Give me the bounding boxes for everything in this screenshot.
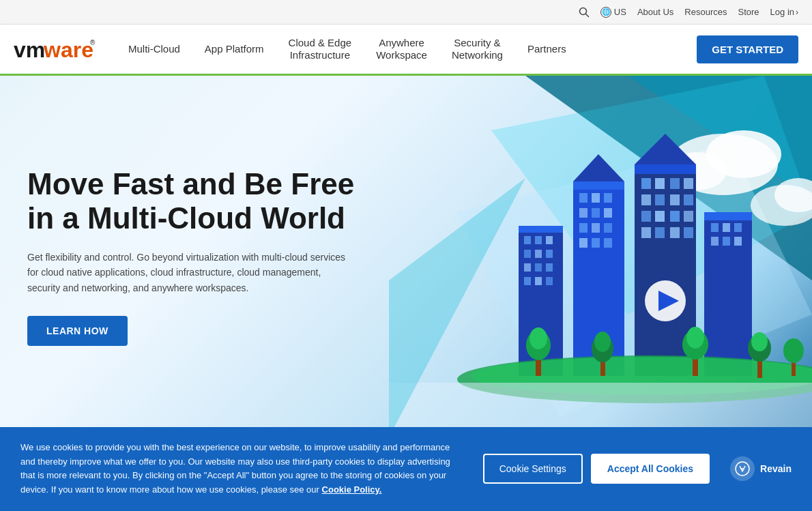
nav-item-app-platform[interactable]: App Platform [192,25,276,76]
svg-rect-20 [535,250,542,258]
search-icon [579,7,590,18]
svg-rect-68 [723,237,730,246]
region-label: US [614,7,626,17]
svg-rect-26 [535,277,542,285]
learn-how-button[interactable]: LEARN HOW [27,316,128,346]
svg-rect-53 [684,194,693,205]
svg-rect-21 [546,250,553,258]
svg-rect-15 [519,226,563,233]
svg-line-1 [585,14,588,16]
svg-rect-63 [704,212,752,220]
nav-item-security-networking[interactable]: Security &Networking [439,25,515,76]
svg-point-87 [783,338,804,363]
svg-rect-18 [546,236,553,244]
hero-illustration [389,76,812,437]
store-link[interactable]: Store [738,7,759,17]
hero-content: Move Fast and Be Free in a Multi-Cloud W… [0,126,403,387]
cookie-buttons: Cookie Settings Accept All Cookies [483,454,710,484]
svg-text:®: ® [90,39,96,46]
svg-rect-64 [711,223,719,232]
nav-item-anywhere-workspace[interactable]: AnywhereWorkspace [364,25,439,76]
vmware-logo: vm ware ® [14,37,96,61]
svg-rect-44 [635,164,696,174]
svg-rect-46 [641,178,651,189]
svg-rect-31 [579,193,588,203]
svg-rect-49 [684,178,693,189]
svg-rect-60 [670,227,680,238]
main-navbar: vm ware ® Multi-Cloud App Platform Cloud… [0,25,812,76]
cookie-text: We use cookies to provide you with the b… [20,441,463,492]
svg-rect-27 [546,277,553,285]
svg-rect-37 [579,223,588,233]
resources-link[interactable]: Resources [684,7,727,17]
top-utility-bar: 🌐 US About Us Resources Store Log in › [0,0,812,25]
nav-links: Multi-Cloud App Platform Cloud & EdgeInf… [116,25,697,74]
svg-rect-65 [723,223,730,232]
svg-rect-56 [670,211,680,222]
revain-icon [730,456,755,481]
svg-rect-36 [604,208,612,218]
svg-rect-33 [604,193,612,203]
svg-rect-41 [592,238,600,248]
about-link[interactable]: About Us [637,7,673,17]
cookie-settings-button[interactable]: Cookie Settings [483,454,583,484]
get-started-button[interactable]: GET STARTED [697,35,798,63]
svg-rect-58 [641,227,651,238]
svg-rect-61 [684,227,693,238]
hero-section: Move Fast and Be Free in a Multi-Cloud W… [0,76,812,437]
svg-rect-40 [579,238,588,248]
cookie-policy-link[interactable]: Cookie Policy. [322,484,382,492]
chevron-right-icon: › [796,8,798,17]
svg-rect-23 [535,263,542,272]
svg-rect-16 [524,236,531,244]
svg-rect-17 [535,236,542,244]
cookie-banner: We use cookies to provide you with the b… [0,427,812,492]
svg-point-85 [751,332,768,351]
svg-rect-24 [546,263,553,272]
svg-rect-57 [684,211,693,222]
revain-badge: Revain [730,456,792,481]
svg-rect-29 [573,181,624,190]
svg-rect-34 [579,208,588,218]
svg-rect-22 [524,263,531,272]
svg-point-76 [530,327,547,349]
svg-text:vm: vm [14,38,45,61]
hero-title: Move Fast and Be Free in a Multi-Cloud W… [27,167,375,236]
svg-rect-42 [604,238,612,248]
svg-rect-25 [524,277,531,285]
svg-point-79 [594,332,611,352]
nav-item-multi-cloud[interactable]: Multi-Cloud [116,25,192,76]
svg-rect-59 [655,227,665,238]
hero-description: Get flexibility and control. Go beyond v… [27,250,348,295]
svg-point-82 [686,327,704,349]
svg-rect-69 [734,237,742,246]
revain-label: Revain [760,463,792,474]
svg-rect-38 [592,223,600,233]
nav-item-cloud-edge[interactable]: Cloud & EdgeInfrastructure [276,25,364,76]
accept-all-cookies-button[interactable]: Accept All Cookies [591,454,710,484]
nav-item-partners[interactable]: Partners [515,25,579,76]
svg-rect-47 [655,178,665,189]
svg-rect-35 [592,208,600,218]
svg-rect-66 [734,223,742,232]
svg-rect-19 [524,250,531,258]
svg-rect-54 [641,211,651,222]
svg-rect-52 [670,194,680,205]
svg-rect-51 [655,194,665,205]
svg-rect-55 [655,211,665,222]
svg-rect-39 [604,223,612,233]
search-button[interactable] [579,7,590,18]
svg-rect-32 [592,193,600,203]
svg-rect-48 [670,178,680,189]
svg-text:ware: ware [43,38,93,61]
svg-rect-67 [711,237,719,246]
region-selector[interactable]: 🌐 US [600,7,626,18]
login-link[interactable]: Log in › [770,7,798,17]
globe-icon: 🌐 [600,7,611,18]
logo-area[interactable]: vm ware ® [14,37,96,61]
svg-rect-50 [641,194,651,205]
